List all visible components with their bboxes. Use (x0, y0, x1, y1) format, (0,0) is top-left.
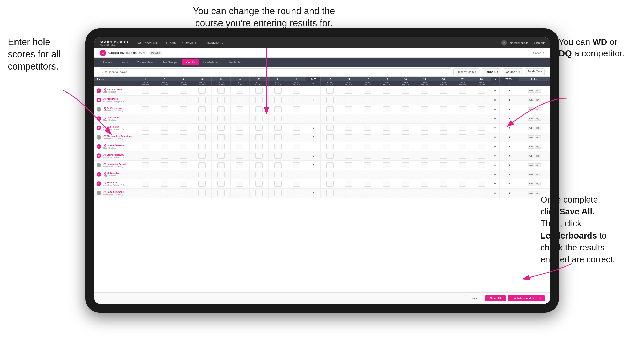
hole-18-input-cell[interactable] (472, 151, 491, 160)
wd-button[interactable]: WD (528, 117, 534, 121)
score-input-h13[interactable] (383, 116, 390, 121)
hole-6-input-cell[interactable] (231, 142, 249, 151)
hole-12-input-cell[interactable] (358, 151, 377, 160)
score-input-h6[interactable] (236, 190, 243, 196)
hole-17-input-cell[interactable] (453, 114, 472, 123)
score-input-h9[interactable] (293, 172, 300, 177)
score-input-h7[interactable] (255, 181, 263, 187)
score-input-h9[interactable] (293, 106, 300, 112)
hole-3-input-cell[interactable] (174, 95, 193, 105)
score-input-h14[interactable] (402, 116, 409, 121)
hole-7-input-cell[interactable] (249, 179, 268, 188)
hole-16-input-cell[interactable] (434, 86, 453, 95)
hole-15-input-cell[interactable] (415, 114, 434, 123)
score-input-h18[interactable] (478, 134, 485, 140)
score-input-h16[interactable] (440, 153, 447, 159)
wd-button[interactable]: WD (528, 145, 534, 149)
hole-9-input-cell[interactable] (287, 179, 306, 188)
hole-8-input-cell[interactable] (268, 170, 287, 179)
hole-1-input-cell[interactable] (136, 86, 155, 95)
score-input-h1[interactable] (142, 134, 149, 140)
dq-button[interactable]: DQ (535, 117, 541, 121)
hole-2-input-cell[interactable] (155, 188, 174, 198)
score-input-h6[interactable] (236, 153, 243, 159)
score-input-h16[interactable] (440, 162, 447, 168)
hole-11-input-cell[interactable] (339, 142, 358, 151)
score-input-h16[interactable] (440, 144, 447, 149)
hole-5-input-cell[interactable] (212, 170, 231, 179)
hole-13-input-cell[interactable] (377, 114, 396, 123)
score-input-h18[interactable] (478, 181, 485, 187)
score-input-h7[interactable] (255, 144, 263, 149)
score-input-h8[interactable] (274, 190, 282, 196)
hole-9-input-cell[interactable] (287, 114, 306, 123)
hole-10-input-cell[interactable] (320, 86, 339, 95)
hole-14-input-cell[interactable] (396, 86, 415, 95)
hole-9-input-cell[interactable] (287, 151, 306, 160)
cancel-footer-button[interactable]: Cancel (465, 295, 483, 301)
score-input-h14[interactable] (402, 144, 409, 149)
hole-7-input-cell[interactable] (249, 170, 268, 179)
hole-10-input-cell[interactable] (320, 114, 339, 123)
hole-5-input-cell[interactable] (212, 105, 231, 114)
hole-17-input-cell[interactable] (453, 95, 472, 105)
label-cell[interactable]: WD DQ (519, 114, 550, 123)
hole-2-input-cell[interactable] (155, 86, 174, 95)
hole-2-input-cell[interactable] (155, 95, 174, 105)
hole-1-input-cell[interactable] (136, 123, 155, 133)
hole-4-input-cell[interactable] (193, 151, 212, 160)
hole-16-input-cell[interactable] (434, 123, 453, 133)
dq-button[interactable]: DQ (535, 98, 541, 102)
score-input-h10[interactable] (326, 88, 334, 94)
hole-4-input-cell[interactable] (193, 133, 212, 142)
hole-15-input-cell[interactable] (415, 179, 434, 188)
hole-8-input-cell[interactable] (268, 86, 287, 95)
cancel-sub-nav[interactable]: Cancel X (533, 51, 545, 55)
score-input-h17[interactable] (459, 181, 466, 187)
hole-5-input-cell[interactable] (212, 151, 231, 160)
score-input-h2[interactable] (161, 181, 168, 187)
dq-button[interactable]: DQ (535, 163, 541, 167)
hole-12-input-cell[interactable] (358, 142, 377, 151)
hole-11-input-cell[interactable] (339, 105, 358, 114)
score-input-h9[interactable] (293, 190, 300, 196)
hole-10-input-cell[interactable] (320, 105, 339, 114)
score-input-h17[interactable] (459, 134, 466, 140)
hole-12-input-cell[interactable] (358, 160, 377, 170)
publish-button[interactable]: Publish Round Scores (508, 295, 545, 301)
wd-button[interactable]: WD (528, 191, 534, 195)
hole-6-input-cell[interactable] (231, 179, 249, 188)
score-input-h5[interactable] (217, 181, 225, 187)
hole-1-input-cell[interactable] (136, 133, 155, 142)
score-input-h1[interactable] (142, 153, 149, 159)
hole-6-input-cell[interactable] (231, 86, 249, 95)
hole-15-input-cell[interactable] (415, 86, 434, 95)
hole-3-input-cell[interactable] (174, 160, 193, 170)
score-input-h4[interactable] (198, 153, 206, 159)
score-input-h6[interactable] (236, 116, 243, 121)
score-input-h18[interactable] (478, 162, 485, 168)
score-input-h9[interactable] (293, 125, 300, 131)
hole-14-input-cell[interactable] (396, 133, 415, 142)
score-input-h11[interactable] (345, 144, 352, 149)
score-input-h13[interactable] (383, 88, 390, 94)
label-cell[interactable]: WD DQ (519, 105, 550, 114)
hole-12-input-cell[interactable] (358, 86, 377, 95)
score-input-h16[interactable] (440, 190, 447, 196)
hole-2-input-cell[interactable] (155, 133, 174, 142)
hole-7-input-cell[interactable] (249, 160, 268, 170)
hole-7-input-cell[interactable] (249, 86, 268, 95)
score-input-h5[interactable] (217, 116, 225, 121)
score-input-h9[interactable] (293, 88, 300, 94)
hole-9-input-cell[interactable] (287, 95, 306, 105)
hole-4-input-cell[interactable] (193, 105, 212, 114)
score-input-h17[interactable] (459, 97, 466, 103)
wd-button[interactable]: WD (528, 173, 534, 176)
wd-button[interactable]: WD (528, 126, 534, 130)
hole-10-input-cell[interactable] (320, 151, 339, 160)
score-input-h13[interactable] (383, 144, 390, 149)
hole-12-input-cell[interactable] (358, 188, 377, 198)
nav-teams[interactable]: TEAMS (166, 41, 176, 44)
hole-6-input-cell[interactable] (231, 95, 249, 105)
score-input-h7[interactable] (255, 190, 263, 196)
